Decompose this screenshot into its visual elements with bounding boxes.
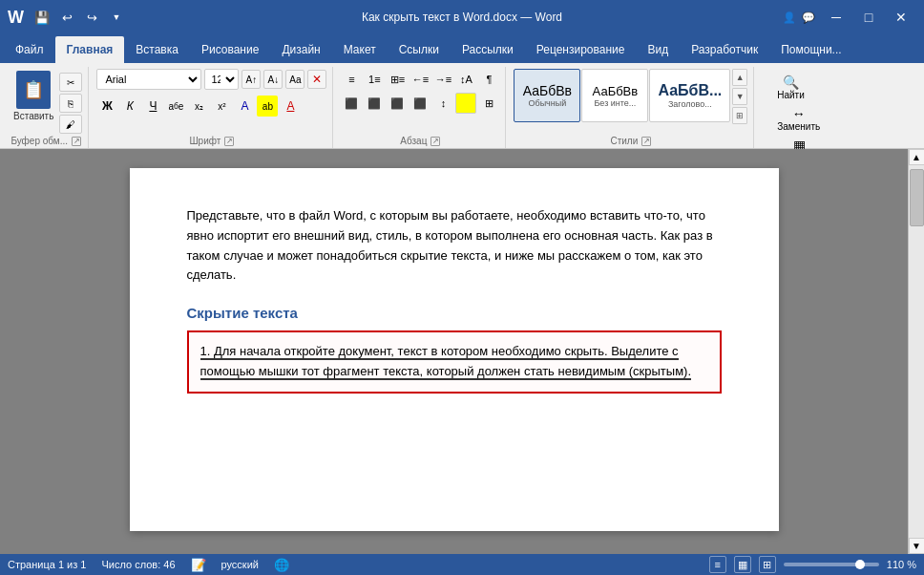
scroll-up-button[interactable]: ▲ [909,149,925,165]
restore-button[interactable]: □ [853,4,884,31]
tab-insert[interactable]: Вставка [124,36,190,63]
align-left-btn[interactable]: ⬛ [341,93,362,114]
tab-help[interactable]: Помощни... [769,36,852,63]
font-label: Шрифт ↗ [96,136,326,146]
close-button[interactable]: ✕ [886,4,916,31]
para-row2: ⬛ ⬛ ⬛ ⬛ ↕ ⊞ [341,93,499,114]
style-heading1[interactable]: АаБбВ... Заголово... [649,69,730,122]
tab-draw[interactable]: Рисование [190,36,270,63]
font-expand[interactable]: ↗ [224,137,234,146]
view-mode-btn1[interactable]: ≡ [709,556,726,573]
sort-btn[interactable]: ↕A [455,69,476,90]
font-content: Arial 12 A↑ A↓ Aa ✕ Ж К Ч абе x₂ x² A ab… [96,69,326,134]
style-normal[interactable]: АаБбВв Обычный [514,69,580,122]
italic-button[interactable]: К [119,96,140,117]
view-mode-btn3[interactable]: ⊞ [759,556,776,573]
tab-design[interactable]: Дизайн [270,36,331,63]
tab-home[interactable]: Главная [55,36,125,63]
tab-file[interactable]: Файл [4,36,55,63]
redo-quick-btn[interactable]: ↪ [81,7,102,28]
strikethrough-button[interactable]: абе [165,96,186,117]
align-right-btn[interactable]: ⬛ [387,93,408,114]
styles-scroll-up[interactable]: ▲ [732,69,747,86]
styles-scroll-down[interactable]: ▼ [732,88,747,105]
align-center-btn[interactable]: ⬛ [364,93,385,114]
bullets-button[interactable]: ≡ [341,69,362,90]
superscript-button[interactable]: x² [211,96,232,117]
paragraph-expand[interactable]: ↗ [430,137,440,146]
status-right: ≡ ▦ ⊞ 110 % [709,556,916,573]
replace-button[interactable]: ↔ Заменить [771,104,826,134]
vertical-scrollbar: ▲ ▼ [908,149,924,554]
zoom-slider[interactable] [784,563,879,566]
format-painter-button[interactable]: 🖌 [59,115,82,134]
tab-references[interactable]: Ссылки [388,36,451,63]
paragraph1: Представьте, что в файл Word, с которым … [187,206,722,286]
heading1: Скрытие текста [187,305,722,321]
styles-label: Стили ↗ [514,136,747,146]
tab-review[interactable]: Рецензирование [525,36,637,63]
increase-font-btn[interactable]: A↑ [242,70,261,89]
decrease-indent-btn[interactable]: ←≡ [410,69,430,90]
zoom-level: 110 % [887,559,916,570]
bold-button[interactable]: Ж [96,96,117,117]
cut-button[interactable]: ✂ [59,73,82,92]
format-row: Ж К Ч абе x₂ x² A ab A [96,96,301,117]
style-nospace[interactable]: АаБбВв Без инте... [581,69,648,122]
clipboard-expand[interactable]: ↗ [72,137,81,146]
numbering-button[interactable]: 1≡ [364,69,385,90]
decrease-font-btn[interactable]: A↓ [263,70,283,89]
styles-more-btn[interactable]: ⊞ [732,107,747,124]
multilevel-list-btn[interactable]: ⊞≡ [387,69,408,90]
clipboard-actions: ✂ ⎘ 🖌 [59,69,82,134]
title-bar: W 💾 ↩ ↪ ▼ Как скрыть текст в Word.docx —… [0,0,924,34]
document-page[interactable]: Представьте, что в файл Word, с которым … [130,168,779,531]
subscript-button[interactable]: x₂ [188,96,209,117]
scroll-track[interactable] [909,165,925,538]
customize-quick-btn[interactable]: ▼ [106,7,127,28]
save-quick-btn[interactable]: 💾 [32,7,52,28]
show-marks-btn[interactable]: ¶ [478,69,499,90]
tab-mailings[interactable]: Рассылки [451,36,525,63]
tab-developer[interactable]: Разработчик [680,36,769,63]
styles-expand[interactable]: ↗ [641,137,651,146]
user-icon[interactable]: 👤 [783,11,796,24]
style-heading1-preview: АаБбВ... [658,82,722,99]
tab-view[interactable]: Вид [636,36,680,63]
paste-button[interactable]: 📋 Вставить [10,69,57,123]
border-btn[interactable]: ⊞ [478,93,499,114]
scroll-thumb[interactable] [910,169,924,226]
underline-button[interactable]: Ч [142,96,163,117]
justify-btn[interactable]: ⬛ [410,93,430,114]
clear-format-btn[interactable]: ✕ [307,70,326,89]
share-icon[interactable]: 💬 [802,11,815,24]
clipboard-content: 📋 Вставить ✂ ⎘ 🖌 [10,69,82,134]
line-spacing-btn[interactable]: ↕ [432,93,453,114]
copy-button[interactable]: ⎘ [59,94,82,113]
minimize-button[interactable]: ─ [821,4,851,31]
document-area: Представьте, что в файл Word, с которым … [0,149,924,554]
clipboard-label: Буфер обм... ↗ [10,136,82,146]
text-highlight-btn[interactable]: ab [257,96,278,117]
font-name-select[interactable]: Arial [96,69,201,90]
window-controls: 👤 💬 ─ □ ✕ [764,4,916,31]
find-button[interactable]: 🔍 Найти [771,73,810,102]
text-effects-btn[interactable]: A [234,96,255,117]
tab-layout[interactable]: Макет [332,36,388,63]
paste-icon: 📋 [16,71,51,109]
paragraph-content: ≡ 1≡ ⊞≡ ←≡ →≡ ↕A ¶ ⬛ ⬛ ⬛ ⬛ ↕ ⊞ [341,69,499,134]
selected-text: 1. Для начала откройте документ, текст в… [200,344,692,380]
style-normal-label: Обычный [529,98,567,108]
increase-indent-btn[interactable]: →≡ [432,69,453,90]
shading-btn[interactable] [455,93,476,114]
word-icon: W [8,8,24,28]
zoom-thumb [855,560,865,569]
scroll-down-button[interactable]: ▼ [909,538,925,554]
view-mode-btn2[interactable]: ▦ [734,556,751,573]
document-content: Представьте, что в файл Word, с которым … [0,149,908,554]
font-color-btn[interactable]: A [280,96,301,117]
quick-access-toolbar: W 💾 ↩ ↪ ▼ [8,7,160,28]
change-case-btn[interactable]: Aa [285,70,304,89]
undo-quick-btn[interactable]: ↩ [56,7,77,28]
font-size-select[interactable]: 12 [204,69,239,90]
